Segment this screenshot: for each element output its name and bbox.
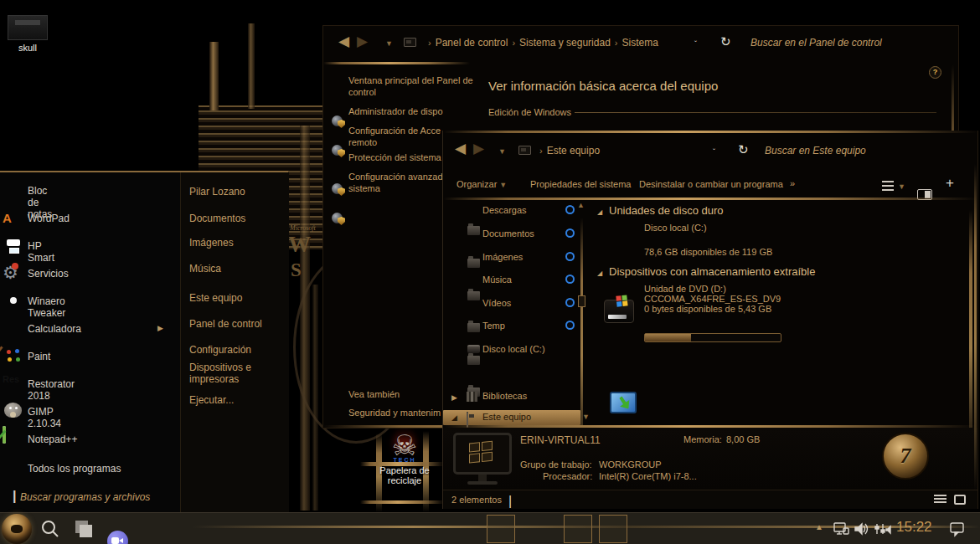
back-button[interactable]: ◀ xyxy=(455,141,466,157)
submenu-arrow-icon: ▶ xyxy=(157,324,163,332)
content-scrollbar[interactable] xyxy=(969,210,972,461)
sidebar-item-pictures[interactable]: Imágenes xyxy=(482,252,523,262)
change-view-button[interactable] xyxy=(882,181,894,191)
sidebar-item-music[interactable]: Música xyxy=(482,275,512,285)
forward-button[interactable]: ▶ xyxy=(357,33,368,50)
back-button[interactable]: ◀ xyxy=(338,33,349,50)
chat-icon[interactable] xyxy=(107,531,128,544)
all-programs-button[interactable]: Todos los programas xyxy=(28,463,121,475)
dvd-name[interactable]: Unidad de DVD (D:) xyxy=(644,284,726,294)
group-collapse-icon[interactable]: ◢ xyxy=(597,208,602,216)
drive-free-space: 78,6 GB disponibles de 119 GB xyxy=(644,247,772,257)
notification-tray-icon[interactable] xyxy=(948,521,967,537)
sidebar-item-downloads[interactable]: Descargas xyxy=(482,205,527,215)
address-dropdown-chevron[interactable]: ˇ xyxy=(713,147,715,156)
active-app-frame xyxy=(599,515,627,543)
pin-icon[interactable] xyxy=(565,275,575,284)
wallpaper-grid-bar xyxy=(360,500,444,504)
refresh-icon[interactable]: ↻ xyxy=(738,142,749,157)
start-item-settings[interactable]: Configuración xyxy=(189,344,251,356)
show-hidden-icons-chevron[interactable]: ▲ xyxy=(815,522,823,531)
toolbar-overflow-chevron[interactable]: » xyxy=(790,178,795,188)
start-item-control-panel[interactable]: Panel de control xyxy=(189,318,262,330)
desktop-icon-recycle-bin[interactable]: ☠ TECH Papelera de reciclaje xyxy=(372,430,437,485)
start-search-input[interactable]: | Buscar programas y archivos xyxy=(13,489,150,504)
sidebar-item-libraries[interactable]: Bibliotecas xyxy=(482,391,527,401)
sidebar-item-this-pc-selected[interactable]: ◢ Este equipo xyxy=(443,410,580,425)
start-item-run[interactable]: Ejecutar... xyxy=(189,394,234,406)
scrollbar-thumb[interactable] xyxy=(578,295,585,307)
desktop-icon-label: Papelera de reciclaje xyxy=(372,465,437,485)
help-button[interactable]: + xyxy=(946,175,954,192)
details-view-toggle[interactable] xyxy=(934,495,946,505)
volume-tray-icon[interactable] xyxy=(853,521,871,537)
view-dropdown-chevron[interactable]: ▼ xyxy=(898,182,905,191)
breadcrumb-item[interactable]: Sistema xyxy=(622,37,658,49)
group-header-removable[interactable]: Dispositivos con almacenamiento extraíbl… xyxy=(609,265,815,278)
pin-icon[interactable] xyxy=(565,252,575,261)
search-input[interactable]: Buscar en Este equipo xyxy=(765,145,866,157)
start-item-user[interactable]: Pilar Lozano xyxy=(189,186,245,198)
sidebar-item-videos[interactable]: Vídeos xyxy=(482,298,511,308)
section-divider xyxy=(575,112,936,113)
refresh-icon[interactable]: ↻ xyxy=(720,34,731,49)
breadcrumb-item[interactable]: Sistema y seguridad xyxy=(519,37,611,49)
start-item-devices-printers[interactable]: Dispositivos e impresoras xyxy=(189,362,251,385)
start-item-music[interactable]: Música xyxy=(189,263,221,275)
collapse-arrow-icon[interactable]: ◢ xyxy=(451,413,457,422)
sidebar-item-security-maintenance[interactable]: Seguridad y mantenim xyxy=(348,408,441,418)
task-view-icon[interactable] xyxy=(75,521,88,533)
start-item-notepadpp[interactable]: Notepad++ xyxy=(3,428,6,443)
text-cursor: | xyxy=(13,489,16,503)
drive-name[interactable]: Disco local (C:) xyxy=(644,223,707,233)
pin-icon[interactable] xyxy=(565,228,575,238)
windows-flag-icon xyxy=(616,295,628,307)
drive-icon xyxy=(467,345,480,353)
windows-seven-badge: 7 xyxy=(882,433,929,480)
clock[interactable]: 15:22 xyxy=(896,519,932,536)
start-item-pictures[interactable]: Imágenes xyxy=(189,237,234,249)
sidebar-item-documents[interactable]: Documentos xyxy=(482,228,534,239)
wallpaper-brand-text: Microsoft xyxy=(290,224,316,232)
system-properties-button[interactable]: Propiedades del sistema xyxy=(530,179,631,189)
taskbar: ▲ 15:22 xyxy=(0,512,980,544)
scroll-up-arrow[interactable]: ▲ xyxy=(577,201,585,209)
desktop-icon-skull[interactable]: skull xyxy=(0,15,55,53)
search-input[interactable]: Buscar en el Panel de control xyxy=(750,37,882,49)
sidebar-item-home[interactable]: Ventana principal del Panel de control xyxy=(348,74,491,98)
group-collapse-icon[interactable]: ◢ xyxy=(597,269,602,277)
pin-icon[interactable] xyxy=(565,205,575,214)
computer-icon xyxy=(453,433,512,485)
recent-pages-chevron[interactable]: ▼ xyxy=(385,39,393,48)
pin-icon[interactable] xyxy=(565,298,575,307)
help-button[interactable]: ? xyxy=(929,66,941,79)
mixer-tray-icon[interactable] xyxy=(873,521,893,537)
uninstall-program-button[interactable]: Desinstalar o cambiar un programa xyxy=(639,179,783,189)
sidebar-item-device-manager[interactable]: Administrador de dispo xyxy=(348,106,443,116)
page-title: Ver información básica acerca del equipo xyxy=(488,79,718,93)
sidebar-item-system-protection[interactable]: Protección del sistema xyxy=(348,152,441,162)
sidebar-item-local-disk[interactable]: Disco local (C:) xyxy=(482,344,545,354)
expand-arrow-icon[interactable]: ▶ xyxy=(451,393,457,402)
group-header-hard-drives[interactable]: Unidades de disco duro xyxy=(609,204,724,217)
processor-value: Intel(R) Core(TM) i7-8... xyxy=(599,471,697,481)
shield-icon xyxy=(332,183,343,194)
tree-dropdown-chevron[interactable]: ▼ xyxy=(582,413,590,421)
start-item-documents[interactable]: Documentos xyxy=(189,213,245,224)
dvd-volume-label: CCCOMA_X64FRE_ES-ES_DV9 xyxy=(644,294,781,304)
breadcrumb-item[interactable]: Panel de control xyxy=(436,37,508,49)
breadcrumb-item[interactable]: Este equipo xyxy=(547,145,600,157)
search-icon[interactable] xyxy=(40,519,60,539)
pin-icon[interactable] xyxy=(565,321,575,330)
forward-button[interactable]: ▶ xyxy=(473,141,484,157)
address-dropdown-chevron[interactable]: ˇ xyxy=(694,39,697,48)
workgroup-value: WORKGROUP xyxy=(599,459,662,470)
display-tray-icon[interactable] xyxy=(833,521,851,537)
start-button[interactable] xyxy=(2,514,32,544)
recent-pages-chevron[interactable]: ▼ xyxy=(498,147,506,156)
start-item-services[interactable]: ⚙Servicios xyxy=(3,262,18,284)
thumbnail-view-toggle[interactable] xyxy=(954,495,966,505)
start-item-this-pc[interactable]: Este equipo xyxy=(189,292,242,304)
sidebar-item-temp[interactable]: Temp xyxy=(482,321,505,331)
organize-button[interactable]: Organizar ▼ xyxy=(456,179,507,189)
